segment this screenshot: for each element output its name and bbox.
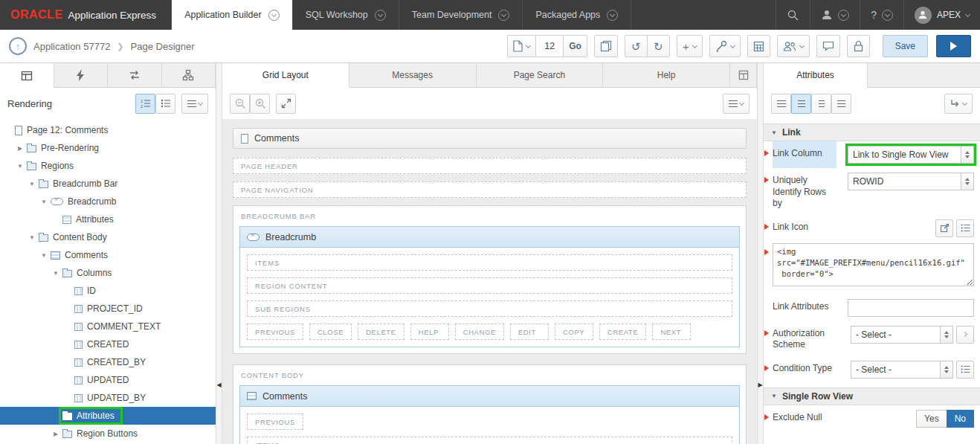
- link-column-select[interactable]: Link to Single Row View: [848, 146, 974, 164]
- undo-button[interactable]: ↺: [625, 35, 648, 57]
- section-link[interactable]: ▼ Link: [764, 123, 980, 141]
- create-menu-button[interactable]: +: [677, 35, 703, 57]
- top-nav-tab[interactable]: SQL Workshop: [292, 0, 399, 30]
- tree-item[interactable]: Regions: [0, 157, 216, 175]
- admin-menu-button[interactable]: [810, 0, 860, 30]
- breadcrumb-region[interactable]: Breadcrumb ITEMSREGION CONTENTSUB REGION…: [239, 226, 740, 347]
- rendering-menu-button[interactable]: [181, 94, 208, 114]
- collapse-left-icon[interactable]: ◀: [216, 382, 222, 388]
- button-slot[interactable]: COPY: [555, 324, 593, 340]
- region-slot[interactable]: REGION CONTENT: [247, 277, 732, 294]
- select-spinner-icon[interactable]: [961, 173, 973, 190]
- redo-button[interactable]: ↻: [647, 35, 670, 57]
- tree-item[interactable]: ID: [0, 282, 216, 300]
- shared-components-button[interactable]: [747, 35, 770, 57]
- layout-slot[interactable]: PAGE NAVIGATION: [233, 181, 747, 198]
- top-nav-tab[interactable]: Team Development: [399, 0, 523, 30]
- top-nav-tab[interactable]: Application Builder: [171, 0, 292, 30]
- tree-item[interactable]: Content Body: [0, 228, 216, 246]
- tree-item[interactable]: Attributes: [0, 210, 216, 228]
- button-slot[interactable]: CHANGE: [455, 324, 504, 340]
- tab-processing[interactable]: [108, 63, 162, 87]
- uniquely-identify-select[interactable]: ROWID: [848, 173, 974, 190]
- user-menu-button[interactable]: APEX: [903, 0, 980, 30]
- help-menu-button[interactable]: ?: [860, 0, 903, 30]
- center-tab[interactable]: Messages: [349, 63, 477, 87]
- collapse-right-icon[interactable]: ▶: [758, 382, 763, 388]
- tree-expander-icon[interactable]: [27, 234, 37, 241]
- expand-all-sections-button[interactable]: [831, 94, 851, 114]
- link-icon-textarea[interactable]: <img src="#IMAGE_PREFIX#menu/pencil16x16…: [773, 243, 974, 286]
- utilities-menu-button[interactable]: [709, 35, 741, 57]
- breadcrumb-application[interactable]: Application 57772: [33, 41, 110, 52]
- select-spinner-icon[interactable]: [940, 326, 952, 343]
- exclude-null-no-button[interactable]: No: [947, 410, 974, 428]
- tab-attributes[interactable]: Attributes: [764, 63, 868, 88]
- link-icon-list-button[interactable]: [956, 219, 974, 237]
- tree-expander-icon[interactable]: [39, 199, 49, 205]
- layout-slot[interactable]: PAGE HEADER: [233, 158, 747, 174]
- center-tab[interactable]: Page Search: [477, 63, 604, 87]
- top-nav-tab[interactable]: Packaged Apps: [522, 0, 631, 30]
- tree-item[interactable]: UPDATED: [0, 371, 216, 389]
- team-dev-menu-button[interactable]: [777, 35, 810, 57]
- save-button[interactable]: Save: [883, 35, 928, 57]
- section-single-row-view[interactable]: ▼ Single Row View: [764, 387, 980, 405]
- button-slot[interactable]: CLOSE: [309, 324, 352, 340]
- button-slot[interactable]: EDIT: [510, 324, 549, 340]
- tree-expander-icon[interactable]: [51, 270, 61, 277]
- condition-list-button[interactable]: [956, 361, 974, 379]
- lock-button[interactable]: [847, 35, 870, 57]
- button-slot[interactable]: PREVIOUS: [247, 324, 303, 340]
- zoom-in-button[interactable]: [250, 94, 270, 114]
- run-page-button[interactable]: [936, 35, 971, 57]
- authorization-detail-button[interactable]: [956, 326, 974, 344]
- layout-view-tab[interactable]: [730, 63, 757, 87]
- goto-menu-button[interactable]: [944, 94, 973, 114]
- go-up-button[interactable]: ↑: [9, 37, 27, 55]
- tree-item[interactable]: CREATED_BY: [0, 353, 216, 371]
- authorization-scheme-select[interactable]: - Select -: [851, 326, 953, 344]
- comments-button[interactable]: [816, 35, 840, 57]
- grid-layout-menu-button[interactable]: [723, 94, 749, 114]
- page-selector-button[interactable]: [507, 35, 536, 57]
- tree-item[interactable]: Page 12: Comments: [0, 121, 216, 139]
- region-slot[interactable]: ITEMS: [247, 437, 732, 444]
- sort-alpha-button[interactable]: [155, 94, 175, 114]
- page-number-input[interactable]: [535, 35, 564, 57]
- select-spinner-icon[interactable]: [961, 147, 973, 163]
- tree-item[interactable]: Attributes: [0, 407, 216, 425]
- go-button[interactable]: Go: [563, 35, 587, 57]
- link-attributes-input[interactable]: [848, 299, 974, 317]
- tree-expander-icon[interactable]: [39, 252, 49, 259]
- button-slot[interactable]: CREATE: [599, 324, 646, 340]
- condition-type-select[interactable]: - Select -: [851, 361, 953, 379]
- tree-item[interactable]: Breadcrumb: [0, 193, 216, 210]
- button-slot[interactable]: HELP: [410, 324, 449, 340]
- select-spinner-icon[interactable]: [940, 361, 952, 378]
- tab-rendering[interactable]: [0, 63, 54, 88]
- tree-item[interactable]: Region Buttons: [0, 425, 216, 443]
- breadcrumb-region-header[interactable]: Breadcrumb: [240, 227, 739, 248]
- show-all-button[interactable]: [771, 94, 791, 114]
- expand-all-button[interactable]: [276, 94, 296, 114]
- show-common-button[interactable]: [791, 94, 811, 114]
- button-slot[interactable]: PREVIOUS: [247, 414, 303, 430]
- tree-item[interactable]: Pre-Rendering: [0, 139, 216, 157]
- left-splitter[interactable]: ◀: [216, 63, 222, 444]
- exclude-null-yes-button[interactable]: Yes: [916, 410, 947, 428]
- tree-item[interactable]: COMMENT_TEXT: [0, 318, 216, 335]
- tree-expander-icon[interactable]: [15, 163, 25, 170]
- zoom-out-button[interactable]: [230, 94, 250, 114]
- center-tab[interactable]: Help: [603, 63, 730, 87]
- sort-order-button[interactable]: 12: [135, 94, 155, 114]
- region-slot[interactable]: SUB REGIONS: [247, 300, 732, 317]
- tree-item[interactable]: Comments: [0, 246, 216, 264]
- button-slot[interactable]: NEXT: [652, 324, 691, 340]
- tree-expander-icon[interactable]: [51, 431, 61, 437]
- center-tab[interactable]: Grid Layout: [222, 63, 349, 88]
- comments-region-header[interactable]: Comments: [240, 386, 739, 407]
- tree-item[interactable]: CREATED: [0, 335, 216, 353]
- collapse-all-button[interactable]: [811, 94, 831, 114]
- region-slot[interactable]: ITEMS: [247, 254, 732, 271]
